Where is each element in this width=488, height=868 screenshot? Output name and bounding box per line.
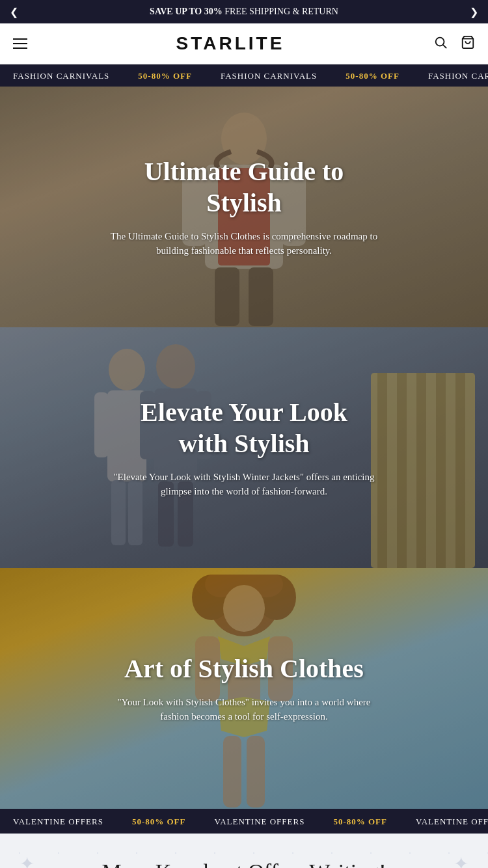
ticker-item: FASHION CARNIVALS — [221, 71, 317, 81]
header: STARLITE — [0, 23, 488, 64]
logo-lite: LITE — [235, 33, 285, 53]
announcement-prev-button[interactable]: ❮ — [10, 6, 18, 18]
bottom-ticker-highlight: 50-80% OFF — [333, 817, 387, 827]
bottom-ticker-item: VALENTINE OFFERS — [215, 817, 305, 827]
offers-section: ✦ ✦ ✦ ✦ ✦ ✦ ✦ ✦ More Knockout Offers Wai… — [0, 834, 488, 868]
offers-title: More Knockout Offers Waiting! — [13, 860, 475, 868]
banner1-title: Ultimate Guide to Stylish — [144, 156, 344, 219]
ticker-item: FASHION CARNIVALS — [13, 71, 109, 81]
bottom-ticker-highlight: 50-80% OFF — [132, 817, 186, 827]
ticker-content: FASHION CARNIVALS 50-80% OFF FASHION CAR… — [0, 70, 488, 81]
svg-point-0 — [436, 37, 444, 46]
banner1-overlay: Ultimate Guide to Stylish The Ultimate G… — [0, 87, 488, 327]
site-logo[interactable]: STARLITE — [176, 33, 285, 54]
banner2-title: Elevate Your Look with Stylish — [141, 397, 347, 459]
bottom-ticker-item: VALENTINE OFFERS — [416, 817, 488, 827]
logo-star: STAR — [176, 33, 235, 53]
svg-line-1 — [443, 45, 446, 48]
ticker-bar: FASHION CARNIVALS 50-80% OFF FASHION CAR… — [0, 64, 488, 87]
bottom-ticker-bar: VALENTINE OFFERS 50-80% OFF VALENTINE OF… — [0, 809, 488, 834]
bottom-ticker-content: VALENTINE OFFERS 50-80% OFF VALENTINE OF… — [0, 815, 488, 827]
banner3-overlay: Art of Stylish Clothes "Your Look with S… — [0, 568, 488, 809]
ticker-item-highlight: 50-80% OFF — [138, 71, 192, 81]
header-icons — [433, 35, 475, 53]
ticker-item: FASHION CARNIVALS — [428, 71, 488, 81]
banner3-subtitle: "Your Look with Stylish Clothes" invites… — [107, 695, 381, 724]
cart-icon[interactable] — [461, 35, 475, 53]
banner2-overlay: Elevate Your Look with Stylish "Elevate … — [0, 327, 488, 568]
hamburger-menu-button[interactable] — [13, 38, 27, 49]
hero-banner-3: Art of Stylish Clothes "Your Look with S… — [0, 568, 488, 809]
ticker-item-highlight: 50-80% OFF — [346, 71, 400, 81]
banner2-subtitle: "Elevate Your Look with Stylish Winter J… — [107, 470, 381, 499]
search-icon[interactable] — [433, 35, 448, 53]
hero-banner-2: Elevate Your Look with Stylish "Elevate … — [0, 327, 488, 568]
announcement-bar: ❮ SAVE UP TO 30% FREE SHIPPING & RETURN … — [0, 0, 488, 23]
hero-banner-1: Ultimate Guide to Stylish The Ultimate G… — [0, 87, 488, 327]
announcement-next-button[interactable]: ❯ — [470, 6, 478, 18]
banner1-subtitle: The Ultimate Guide to Stylish Clothes is… — [107, 229, 381, 258]
announcement-text: SAVE UP TO 30% FREE SHIPPING & RETURN — [150, 7, 338, 17]
banner3-title: Art of Stylish Clothes — [124, 653, 364, 685]
bottom-ticker-item: VALENTINE OFFERS — [13, 817, 103, 827]
